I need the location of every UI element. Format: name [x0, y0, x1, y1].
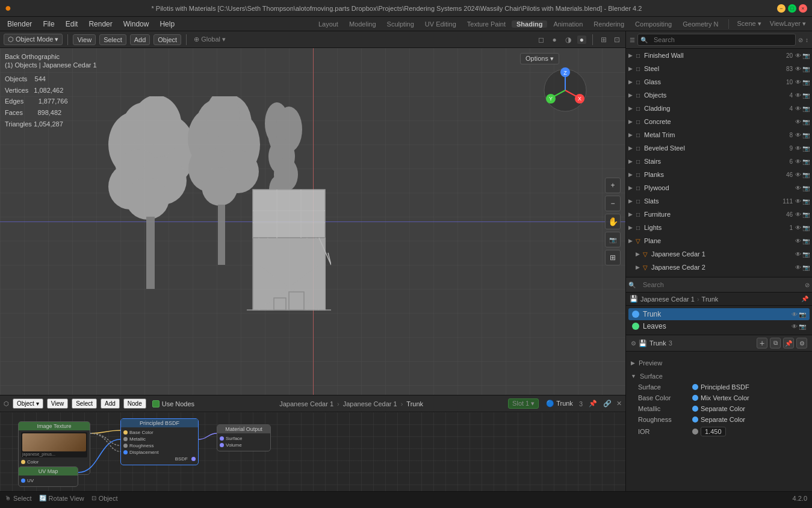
eye-icon[interactable]: 👁 [795, 251, 801, 258]
render-icon[interactable]: 📷 [802, 225, 810, 231]
base-color-dot[interactable] [692, 395, 698, 401]
eye-icon[interactable]: 👁 [795, 172, 801, 178]
outliner-item-lights[interactable]: ▶ □ Lights 1 👁 📷 [626, 221, 812, 234]
node-x-icon[interactable]: ✕ [616, 400, 622, 407]
outliner-item-slats[interactable]: ▶ □ Slats 111 👁 📷 [626, 194, 812, 208]
outliner-item-glass[interactable]: ▶ □ Glass 10 👁 📷 [626, 75, 812, 88]
mat-eye-icon[interactable]: 👁 [792, 311, 798, 318]
viewport-mode-button[interactable]: ⬡ Object Mode ▾ [4, 34, 63, 45]
outliner-sort-icon[interactable]: ↕ [805, 37, 808, 43]
node-material-name[interactable]: 🔵 Trunk [546, 400, 573, 407]
mat-breadcrumb-cedar1[interactable]: Japanese Cedar 1 [640, 296, 695, 303]
mat-copy-button[interactable]: ⧉ [770, 338, 781, 348]
render-icon[interactable]: 📷 [802, 145, 810, 152]
mat-pin-button[interactable]: 📌 [783, 338, 794, 348]
metallic-name[interactable]: Separate Color [701, 405, 745, 412]
outliner-item-japanese-cedar-1[interactable]: ▶ ▽ Japanese Cedar 1 👁 📷 [626, 247, 812, 261]
node-breadcrumb-material[interactable]: Trunk [406, 400, 423, 407]
slot-selector[interactable]: Slot 1 ▾ [508, 398, 539, 409]
eye-icon[interactable]: 👁 [795, 238, 801, 244]
zoom-out-button[interactable]: − [605, 196, 621, 211]
maximize-button[interactable]: □ [788, 4, 796, 13]
mat-render-icon[interactable]: 📷 [799, 311, 806, 318]
node-object-button[interactable]: Object ▾ [13, 398, 43, 409]
eye-icon[interactable]: 👁 [795, 264, 801, 271]
eye-icon[interactable]: 👁 [795, 211, 801, 218]
eye-icon[interactable]: 👁 [795, 132, 801, 138]
outliner-item-finished-wall[interactable]: ▶ □ Finished Wall 20 👁 📷 [626, 49, 812, 62]
outliner-item-furniture[interactable]: ▶ □ Furniture 46 👁 📷 [626, 208, 812, 221]
mat-render-icon[interactable]: 📷 [799, 323, 806, 330]
node-add-button[interactable]: Add [101, 398, 120, 409]
eye-icon[interactable]: 👁 [795, 158, 801, 165]
menu-blender[interactable]: Blender [2, 19, 37, 29]
render-icon[interactable]: 📷 [802, 132, 810, 138]
mat-add-button[interactable]: + [757, 338, 767, 348]
eye-icon[interactable]: 👁 [795, 185, 801, 191]
mat-breadcrumb-trunk[interactable]: Trunk [702, 296, 719, 303]
outliner-item-beveled-steel[interactable]: ▶ □ Beveled Steel 9 👁 📷 [626, 141, 812, 155]
eye-icon[interactable]: 👁 [795, 66, 801, 72]
render-icon[interactable]: 📷 [802, 251, 810, 258]
surface-section-title[interactable]: ▼ Surface [631, 371, 807, 382]
node-pin-icon[interactable]: 📌 [589, 400, 597, 407]
shading-wireframe-icon[interactable]: ◻ [536, 36, 547, 44]
eye-icon[interactable]: 👁 [795, 119, 801, 125]
render-icon[interactable]: 📷 [802, 211, 810, 218]
metallic-dot[interactable] [692, 406, 698, 412]
viewlayer-selector[interactable]: ViewLayer ▾ [766, 20, 810, 28]
mat-settings-button[interactable]: ⚙ [796, 338, 807, 348]
node-view-selector[interactable]: ⬡ [4, 400, 9, 407]
outliner-item-steel[interactable]: ▶ □ Steel 83 👁 📷 [626, 62, 812, 75]
outliner-search-input[interactable] [650, 35, 793, 45]
eye-icon[interactable]: 👁 [795, 92, 801, 99]
outliner-item-stairs[interactable]: ▶ □ Stairs 6 👁 📷 [626, 155, 812, 168]
menu-file[interactable]: File [38, 19, 59, 29]
menu-edit[interactable]: Edit [61, 19, 83, 29]
mat-breadcrumb-pin-icon[interactable]: 📌 [801, 296, 808, 302]
scene-selector[interactable]: Scene ▾ [734, 20, 765, 28]
render-icon[interactable]: 📷 [802, 52, 810, 59]
viewport-view-button[interactable]: View [73, 34, 96, 45]
surface-type-name[interactable]: Principled BSDF [701, 383, 749, 391]
node-canvas[interactable]: Image Texture japanese_pinus... Color Al… [0, 412, 625, 491]
menu-window[interactable]: Window [119, 19, 154, 29]
workspace-compositing[interactable]: Compositing [630, 20, 677, 28]
use-nodes-checkbox[interactable] [152, 400, 160, 407]
render-icon[interactable]: 📷 [802, 198, 810, 205]
material-search-input[interactable] [639, 280, 802, 290]
eye-icon[interactable]: 👁 [795, 225, 801, 231]
render-icon[interactable]: 📷 [802, 264, 810, 271]
eye-icon[interactable]: 👁 [795, 79, 801, 85]
shading-solid-icon[interactable]: ● [550, 36, 559, 44]
render-icon[interactable]: 📷 [802, 238, 810, 244]
outliner-item-cladding[interactable]: ▶ □ Cladding 4 👁 📷 [626, 102, 812, 115]
outliner-item-plane[interactable]: ▶ ▽ Plane 👁 📷 [626, 234, 812, 247]
render-icon[interactable]: 📷 [802, 92, 810, 99]
viewport-select-button[interactable]: Select [99, 34, 126, 45]
pan-button[interactable]: ✋ [605, 214, 621, 229]
outliner-item-planks[interactable]: ▶ □ Planks 46 👁 📷 [626, 168, 812, 181]
roughness-dot[interactable] [692, 417, 698, 423]
shading-material-icon[interactable]: ◑ [563, 36, 574, 44]
render-icon[interactable]: 📷 [802, 185, 810, 191]
node-principled-bsdf[interactable]: Principled BSDF Base Color Metallic Roug… [120, 418, 199, 465]
workspace-layout[interactable]: Layout [314, 20, 343, 28]
base-color-name[interactable]: Mix Vertex Color [701, 394, 749, 401]
roughness-name[interactable]: Separate Color [701, 416, 745, 423]
workspace-animation[interactable]: Animation [548, 20, 587, 28]
outliner-item-concrete[interactable]: ▶ □ Concrete 👁 📷 [626, 115, 812, 128]
node-view-button[interactable]: View [47, 398, 69, 409]
menu-help[interactable]: Help [155, 19, 179, 29]
overlay-toggle-icon[interactable]: ⊡ [612, 36, 622, 44]
mat-props-selector[interactable]: 💾 [639, 339, 647, 347]
close-button[interactable]: × [799, 4, 807, 13]
node-node-button[interactable]: Node [123, 398, 146, 409]
grid-button[interactable]: ⊞ [605, 250, 621, 265]
options-button[interactable]: Options ▾ [520, 53, 559, 64]
workspace-texture-paint[interactable]: Texture Paint [462, 20, 510, 28]
viewport[interactable]: Back Orthographic (1) Objects | Japanese… [0, 48, 625, 395]
render-icon[interactable]: 📷 [802, 158, 810, 165]
workspace-sculpting[interactable]: Sculpting [382, 20, 419, 28]
node-link-icon[interactable]: 🔗 [603, 400, 612, 407]
